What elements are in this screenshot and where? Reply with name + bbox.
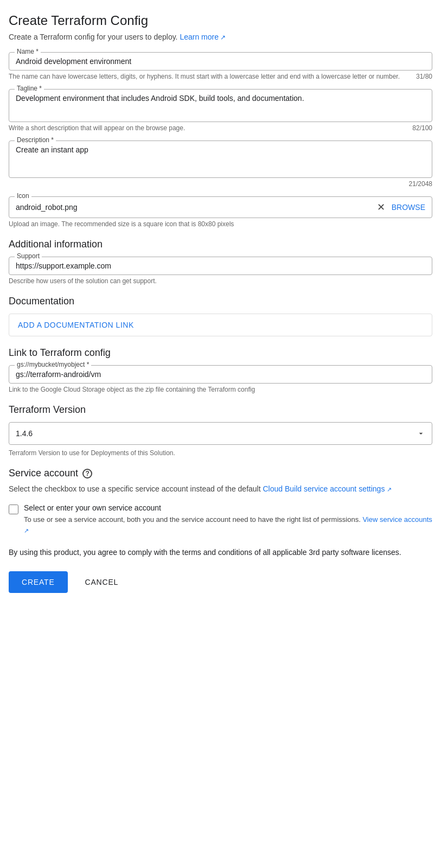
actions-bar: CREATE CANCEL [9, 571, 432, 593]
name-input[interactable] [16, 57, 425, 66]
add-doc-link-label: ADD A DOCUMENTATION LINK [18, 321, 134, 329]
tagline-char-count: 82/100 [412, 124, 432, 132]
cancel-button[interactable]: CANCEL [76, 571, 127, 593]
support-field: Support [9, 257, 432, 275]
terraform-link-field: gs://mybucket/myobject * [9, 365, 432, 384]
terraform-version-title: Terraform Version [9, 404, 432, 416]
page-subtitle: Create a Terraform config for your users… [9, 33, 432, 41]
service-account-title: Service account [9, 468, 78, 479]
icon-input[interactable] [16, 203, 377, 212]
tagline-hint: Write a short description that will appe… [9, 124, 432, 132]
service-account-checkbox-row: Select or enter your own service account… [9, 503, 432, 535]
name-hint: The name can have lowercase letters, dig… [9, 73, 432, 80]
description-label: Description * [15, 136, 56, 144]
terraform-link-title: Link to Terraform config [9, 347, 432, 359]
learn-more-link[interactable]: Learn more [180, 33, 226, 41]
icon-field: Icon ✕ BROWSE [9, 196, 432, 218]
tagline-label: Tagline * [15, 85, 44, 92]
tagline-input[interactable]: Development environment that includes An… [16, 94, 425, 116]
support-hint: Describe how users of the solution can g… [9, 277, 432, 285]
service-account-checkbox[interactable] [9, 505, 18, 514]
terraform-version-select[interactable]: 1.4.6 1.3.9 1.2.8 1.1.7 [9, 422, 432, 445]
description-hint: 21/2048 [9, 180, 432, 188]
description-field: Description * Create an instant app [9, 141, 432, 178]
name-char-count: 31/80 [416, 73, 432, 80]
help-icon[interactable]: ? [82, 469, 92, 478]
service-account-section: Service account ? [9, 468, 432, 479]
description-input[interactable]: Create an instant app [16, 145, 425, 171]
support-label: Support [15, 252, 42, 260]
documentation-title: Documentation [9, 296, 432, 307]
service-account-checkbox-label: Select or enter your own service account [24, 503, 432, 512]
terraform-link-input[interactable] [16, 370, 425, 379]
service-account-desc: Select the checkbox to use a specific se… [9, 483, 432, 495]
icon-label: Icon [15, 192, 31, 200]
support-input[interactable] [16, 261, 425, 270]
browse-button[interactable]: BROWSE [392, 203, 425, 212]
name-label: Name * [15, 48, 41, 55]
cloud-build-link[interactable]: Cloud Build service account settings [263, 484, 392, 493]
terms-text: By using this product, you agree to comp… [9, 546, 432, 558]
terraform-version-hint: Terraform Version to use for Deployments… [9, 449, 432, 457]
description-char-count: 21/2048 [409, 180, 432, 188]
terraform-link-label: gs://mybucket/myobject * [15, 361, 91, 368]
create-button[interactable]: CREATE [9, 571, 68, 593]
page-title: Create Terraform Config [9, 13, 432, 28]
additional-info-title: Additional information [9, 239, 432, 250]
tagline-field: Tagline * Development environment that i… [9, 89, 432, 122]
name-field: Name * [9, 52, 432, 71]
add-doc-link-button[interactable]: ADD A DOCUMENTATION LINK [9, 314, 432, 336]
clear-icon[interactable]: ✕ [377, 201, 385, 213]
terraform-link-hint: Link to the Google Cloud Storage object … [9, 386, 432, 393]
service-account-checkbox-sub: To use or see a service account, both yo… [24, 514, 432, 535]
icon-hint: Upload an image. The recommended size is… [9, 220, 432, 228]
